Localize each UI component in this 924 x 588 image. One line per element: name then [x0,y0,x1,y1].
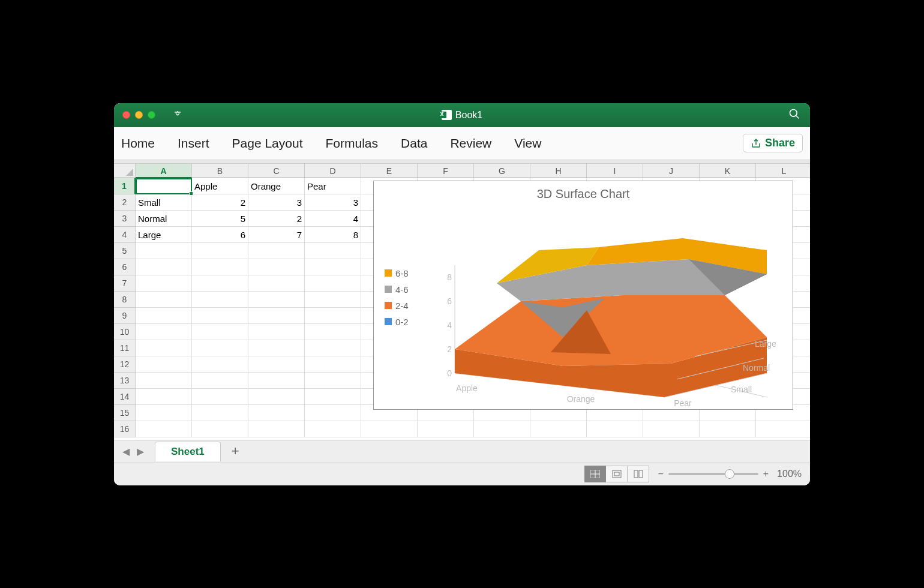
cell[interactable] [192,340,248,356]
cell[interactable] [136,308,192,324]
cell[interactable] [305,389,361,405]
cell[interactable] [192,292,248,308]
select-all-corner[interactable] [114,164,136,178]
cell[interactable]: Large [136,227,192,243]
cell[interactable]: 7 [248,227,305,243]
cell[interactable] [248,324,305,340]
cell[interactable] [700,421,756,437]
cell[interactable] [248,340,305,356]
zoom-out-button[interactable]: − [658,469,663,479]
column-header[interactable]: H [530,164,587,178]
row-header[interactable]: 4 [114,227,136,243]
share-button[interactable]: Share [743,134,803,152]
cell[interactable] [136,324,192,340]
tab-insert[interactable]: Insert [178,136,209,151]
row-header[interactable]: 13 [114,373,136,389]
cell[interactable] [136,421,192,437]
cell[interactable] [248,421,305,437]
cell[interactable] [418,421,474,437]
cell[interactable] [248,356,305,373]
cell[interactable] [136,373,192,389]
cell[interactable] [192,373,248,389]
column-header[interactable]: E [361,164,418,178]
worksheet[interactable]: ABCDEFGHIJKL 12345678910111213141516 App… [114,164,810,440]
cell[interactable] [361,421,418,437]
quick-access-menu-icon[interactable] [173,110,182,120]
row-header[interactable]: 12 [114,356,136,373]
cell[interactable] [248,259,305,275]
cell[interactable] [305,356,361,373]
zoom-slider[interactable]: − + [658,469,769,479]
next-sheet-icon[interactable]: ▶ [133,443,148,460]
cell[interactable]: Orange [248,178,305,194]
cell[interactable]: 8 [305,227,361,243]
minimize-window-button[interactable] [135,111,143,119]
cell[interactable] [248,308,305,324]
cell[interactable]: Small [136,194,192,211]
cell[interactable] [305,292,361,308]
maximize-window-button[interactable] [148,111,155,119]
close-window-button[interactable] [122,111,130,119]
cell[interactable]: 2 [248,211,305,227]
cell[interactable] [136,178,192,194]
cell[interactable] [192,259,248,275]
cell[interactable]: 3 [305,194,361,211]
cell[interactable] [587,421,643,437]
column-header[interactable]: A [136,164,192,178]
row-header[interactable]: 9 [114,308,136,324]
cell[interactable] [248,373,305,389]
cell[interactable] [643,421,700,437]
normal-view-button[interactable] [584,466,606,482]
cell[interactable] [305,421,361,437]
cell[interactable] [248,275,305,292]
cell[interactable] [192,324,248,340]
cell[interactable] [248,292,305,308]
cell[interactable]: 5 [192,211,248,227]
column-header[interactable]: D [305,164,361,178]
add-sheet-button[interactable]: + [223,443,248,459]
tab-home[interactable]: Home [121,136,155,151]
row-header[interactable]: 6 [114,259,136,275]
tab-review[interactable]: Review [450,136,491,151]
zoom-track[interactable] [668,473,758,475]
cell[interactable]: Pear [305,178,361,194]
cell[interactable]: 4 [305,211,361,227]
row-header[interactable]: 1 [114,178,136,194]
cell[interactable] [136,356,192,373]
cell[interactable] [136,275,192,292]
cell[interactable] [136,405,192,421]
cell[interactable] [305,324,361,340]
page-layout-view-button[interactable] [606,466,628,482]
cell[interactable]: 3 [248,194,305,211]
row-header[interactable]: 2 [114,194,136,211]
zoom-level[interactable]: 100% [777,469,802,479]
cell[interactable] [248,405,305,421]
cell[interactable] [248,389,305,405]
cell[interactable] [136,389,192,405]
row-header[interactable]: 10 [114,324,136,340]
tab-page-layout[interactable]: Page Layout [232,136,303,151]
cell[interactable] [192,275,248,292]
prev-sheet-icon[interactable]: ◀ [119,443,133,460]
cell[interactable] [192,243,248,259]
cell[interactable] [305,275,361,292]
column-header[interactable]: B [192,164,248,178]
column-header[interactable]: F [418,164,474,178]
row-header[interactable]: 5 [114,243,136,259]
column-header[interactable]: J [643,164,700,178]
cell[interactable] [192,405,248,421]
search-icon[interactable] [788,108,810,122]
cell[interactable] [192,421,248,437]
cell[interactable]: 6 [192,227,248,243]
page-break-view-button[interactable] [628,466,649,482]
column-header[interactable]: I [587,164,643,178]
cell[interactable] [530,421,587,437]
row-header[interactable]: 11 [114,340,136,356]
row-header[interactable]: 15 [114,405,136,421]
sheet-tab[interactable]: Sheet1 [155,442,221,461]
cell[interactable] [474,421,530,437]
column-header[interactable]: L [756,164,810,178]
row-header[interactable]: 14 [114,389,136,405]
cell[interactable] [305,405,361,421]
cell[interactable] [136,259,192,275]
